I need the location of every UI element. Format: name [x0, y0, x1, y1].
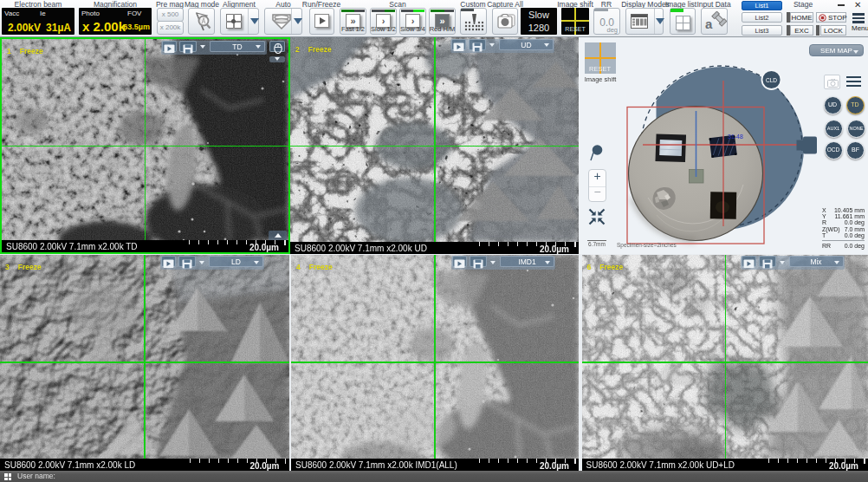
svg-text:CLD: CLD: [766, 77, 777, 83]
svg-text:31-48: 31-48: [728, 134, 743, 140]
